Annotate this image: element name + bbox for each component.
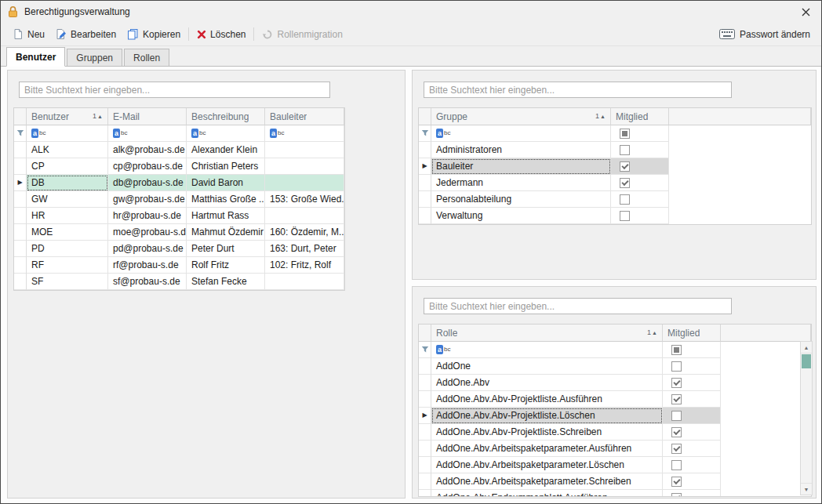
cell-e-mail[interactable]: sf@probau-s.de (108, 274, 187, 290)
column-header-mitglied[interactable]: Mitglied (611, 108, 669, 125)
member-checkbox[interactable] (620, 211, 630, 221)
table-row[interactable]: ▶Bauleiter (419, 158, 811, 175)
table-row[interactable]: ALKalk@probau-s.deAlexander Klein (14, 142, 344, 158)
table-row[interactable]: AddOne.Abv.Endsummenblatt.Ausführen (419, 490, 811, 497)
cell-mitglied[interactable] (611, 158, 669, 175)
scroll-thumb[interactable] (802, 354, 811, 368)
column-header-bauleiter[interactable]: Bauleiter (265, 108, 344, 125)
cell-mitglied[interactable] (611, 175, 669, 191)
cell-mitglied[interactable] (663, 473, 721, 490)
tab-gruppen[interactable]: Gruppen (67, 49, 122, 66)
member-checkbox[interactable] (671, 477, 682, 487)
column-header-benutzer[interactable]: Benutzer1▲ (27, 108, 108, 125)
table-row[interactable]: PDpd@probau-s.dePeter Durt163: Durt, Pet… (14, 241, 344, 257)
filter-cell-mitglied[interactable] (611, 125, 669, 142)
table-row[interactable]: AddOne.Abv.Arbeitspaketparameter.Schreib… (419, 473, 811, 490)
table-row[interactable]: AddOne (419, 358, 811, 375)
cell-mitglied[interactable] (663, 391, 721, 408)
table-row[interactable]: Personalabteilung (419, 191, 811, 208)
cell-e-mail[interactable]: hr@probau-s.de (108, 208, 187, 224)
cell-rolle[interactable]: AddOne.Abv.Abv-Projektliste.Ausführen (431, 391, 663, 408)
cell-beschreibung[interactable]: Rolf Fritz (187, 257, 265, 274)
cell-beschreibung[interactable]: Christian Peters (187, 158, 265, 175)
cell-gruppe[interactable]: Verwaltung (431, 208, 611, 224)
cell-benutzer[interactable]: MOE (27, 224, 108, 241)
filter-checkbox[interactable] (671, 345, 682, 355)
cell-beschreibung[interactable]: Stefan Fecke (187, 274, 265, 290)
cell-rolle[interactable]: AddOne.Abv.Abv-Projektliste.Löschen (431, 408, 663, 424)
cell-e-mail[interactable]: rf@probau-s.de (108, 257, 187, 274)
table-row[interactable]: RFrf@probau-s.deRolf Fritz102: Fritz, Ro… (14, 257, 344, 274)
table-row[interactable]: SFsf@probau-s.deStefan Fecke (14, 274, 344, 290)
filter-cell-e-mail[interactable]: abc (108, 125, 187, 142)
cell-e-mail[interactable]: gw@probau-s.de (108, 191, 187, 208)
tab-benutzer[interactable]: Benutzer (6, 47, 65, 67)
cell-beschreibung[interactable]: Matthias Große ... (187, 191, 265, 208)
table-row[interactable]: Jedermann (419, 175, 811, 191)
cell-benutzer[interactable]: PD (27, 241, 108, 257)
delete-button[interactable]: Löschen (191, 25, 251, 44)
cell-bauleiter[interactable] (265, 175, 344, 191)
roles-search-input[interactable] (424, 298, 732, 314)
table-row[interactable]: AddOne.Abv.Arbeitspaketparameter.Ausführ… (419, 441, 811, 457)
column-header-mitglied[interactable]: Mitglied (663, 325, 721, 342)
cell-gruppe[interactable]: Jedermann (431, 175, 611, 191)
table-row[interactable]: HRhr@probau-s.deHartmut Rass (14, 208, 344, 224)
cell-bauleiter[interactable]: 163: Durt, Peter (265, 241, 344, 257)
column-header-rolle[interactable]: Rolle1▲ (431, 325, 663, 342)
cell-benutzer[interactable]: HR (27, 208, 108, 224)
cell-gruppe[interactable]: Bauleiter (431, 158, 611, 175)
table-row[interactable]: Administratoren (419, 142, 811, 158)
cell-rolle[interactable]: AddOne.Abv.Arbeitspaketparameter.Schreib… (431, 473, 663, 490)
cell-beschreibung[interactable]: Peter Durt (187, 241, 265, 257)
cell-mitglied[interactable] (663, 457, 721, 473)
cell-mitglied[interactable] (663, 441, 721, 457)
table-row[interactable]: ▶DBdb@probau-s.deDavid Baron (14, 175, 344, 191)
cell-beschreibung[interactable]: Alexander Klein (187, 142, 265, 158)
cell-beschreibung[interactable]: Mahmut Özdemir (187, 224, 265, 241)
member-checkbox[interactable] (671, 411, 682, 421)
member-checkbox[interactable] (671, 394, 682, 404)
cell-bauleiter[interactable]: 160: Özdemir, M... (265, 224, 344, 241)
cell-mitglied[interactable] (611, 208, 669, 224)
column-header-gruppe[interactable]: Gruppe1▲ (431, 108, 611, 125)
member-checkbox[interactable] (671, 460, 682, 470)
member-checkbox[interactable] (671, 444, 682, 454)
table-row[interactable]: AddOne.Abv.Abv-Projektliste.Schreiben (419, 424, 811, 441)
cell-mitglied[interactable] (611, 142, 669, 158)
member-checkbox[interactable] (620, 194, 630, 205)
column-header-beschreibung[interactable]: Beschreibung (187, 108, 265, 125)
cell-bauleiter[interactable] (265, 142, 344, 158)
cell-benutzer[interactable]: GW (27, 191, 108, 208)
cell-bauleiter[interactable] (265, 208, 344, 224)
table-row[interactable]: MOEmoe@probau-s.deMahmut Özdemir160: Özd… (14, 224, 344, 241)
cell-bauleiter[interactable]: 153: Große Wied... (265, 191, 344, 208)
filter-cell-rolle[interactable]: abc (431, 342, 663, 358)
cell-bauleiter[interactable] (265, 274, 344, 290)
filter-checkbox[interactable] (620, 129, 630, 139)
cell-benutzer[interactable]: SF (27, 274, 108, 290)
scroll-up-icon[interactable]: ▲ (801, 342, 812, 354)
copy-button[interactable]: Kopieren (122, 25, 186, 44)
cell-gruppe[interactable]: Personalabteilung (431, 191, 611, 208)
filter-cell-beschreibung[interactable]: abc (187, 125, 265, 142)
vertical-scrollbar[interactable]: ▲ ▼ (800, 341, 813, 495)
cell-rolle[interactable]: AddOne.Abv.Abv-Projektliste.Schreiben (431, 424, 663, 441)
cell-bauleiter[interactable]: 102: Fritz, Rolf (265, 257, 344, 274)
users-search-input[interactable] (19, 82, 330, 98)
cell-rolle[interactable]: AddOne.Abv.Arbeitspaketparameter.Ausführ… (431, 441, 663, 457)
cell-beschreibung[interactable]: Hartmut Rass (187, 208, 265, 224)
cell-e-mail[interactable]: alk@probau-s.de (108, 142, 187, 158)
filter-cell-mitglied[interactable] (663, 342, 721, 358)
member-checkbox[interactable] (620, 145, 630, 155)
table-row[interactable]: AddOne.Abv (419, 375, 811, 391)
groups-search-input[interactable] (424, 82, 732, 98)
cell-benutzer[interactable]: DB (27, 175, 108, 191)
cell-bauleiter[interactable] (265, 158, 344, 175)
filter-cell-benutzer[interactable]: abc (27, 125, 108, 142)
cell-e-mail[interactable]: db@probau-s.de (108, 175, 187, 191)
cell-mitglied[interactable] (663, 375, 721, 391)
cell-rolle[interactable]: AddOne.Abv (431, 375, 663, 391)
table-row[interactable]: AddOne.Abv.Abv-Projektliste.Ausführen (419, 391, 811, 408)
edit-button[interactable]: Bearbeiten (50, 25, 122, 44)
